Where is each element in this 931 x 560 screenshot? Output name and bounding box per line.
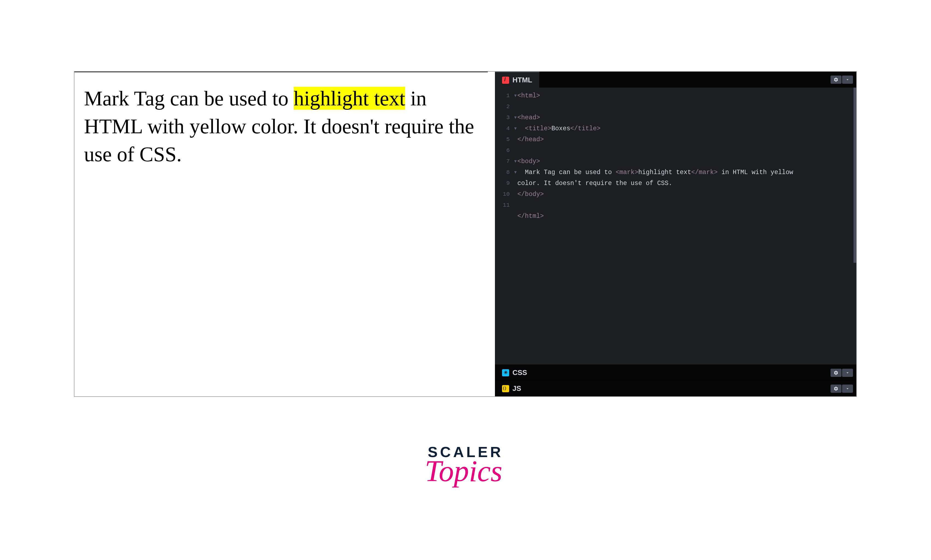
line-number: 6 — [495, 145, 510, 156]
chevron-down-icon — [845, 77, 850, 82]
css-collapse-button[interactable] — [842, 369, 853, 377]
html-icon — [502, 77, 509, 84]
tab-css[interactable]: CSS — [495, 365, 534, 380]
editor-container: Mark Tag can be used to highlight text i… — [74, 71, 857, 397]
tab-js[interactable]: JS — [495, 381, 528, 396]
line-number: 11 — [495, 200, 510, 211]
preview-highlight: highlight text — [294, 87, 405, 110]
logo-line2: Topics — [424, 454, 503, 489]
scrollbar[interactable] — [854, 88, 856, 263]
tab-html[interactable]: HTML — [495, 72, 539, 88]
css-settings-button[interactable] — [831, 369, 842, 377]
fold-icon[interactable]: ▾ — [514, 156, 517, 167]
chevron-down-icon — [845, 386, 850, 391]
preview-text: Mark Tag can be used to highlight text i… — [84, 85, 478, 168]
line-number: 1 — [495, 90, 510, 101]
html-editor[interactable]: 1 2 3 4 5 6 7 8 9 10 11 ▾<html> ▾<head> … — [495, 88, 856, 365]
gear-icon — [834, 77, 839, 82]
preview-pane: Mark Tag can be used to highlight text i… — [74, 72, 488, 396]
fold-icon[interactable]: ▾ — [514, 90, 517, 101]
tab-html-label: HTML — [512, 76, 532, 84]
line-number: 8 — [495, 167, 510, 178]
tab-js-label: JS — [512, 384, 521, 393]
line-number: 7 — [495, 156, 510, 167]
line-gutter: 1 2 3 4 5 6 7 8 9 10 11 — [495, 88, 512, 365]
css-panel-header: CSS — [495, 365, 856, 380]
css-icon — [502, 369, 509, 376]
fold-icon[interactable]: ▾ — [514, 167, 517, 178]
line-number: 5 — [495, 134, 510, 145]
js-settings-button[interactable] — [831, 385, 842, 393]
line-number: 3 — [495, 112, 510, 123]
line-number: 2 — [495, 101, 510, 112]
line-number: 10 — [495, 189, 510, 200]
js-collapse-button[interactable] — [842, 385, 853, 393]
scaler-logo: SCALER Topics — [428, 443, 503, 489]
line-number: 4 — [495, 123, 510, 134]
js-panel-header: JS — [495, 380, 856, 396]
gear-icon — [834, 386, 839, 391]
fold-icon[interactable]: ▾ — [514, 112, 517, 123]
html-settings-button[interactable] — [831, 75, 842, 84]
tab-css-label: CSS — [512, 368, 527, 377]
code-lines[interactable]: ▾<html> ▾<head> ▾ <title>Boxes</title> <… — [512, 88, 856, 365]
html-collapse-button[interactable] — [842, 75, 853, 84]
line-number: 9 — [495, 178, 510, 189]
gear-icon — [834, 370, 839, 375]
code-pane: HTML 1 2 3 4 5 6 7 8 9 — [495, 72, 856, 396]
js-icon — [502, 385, 509, 392]
chevron-down-icon — [845, 370, 850, 375]
html-panel-header: HTML — [495, 72, 856, 88]
fold-icon[interactable]: ▾ — [514, 123, 517, 134]
preview-text-before: Mark Tag can be used to — [84, 87, 294, 110]
